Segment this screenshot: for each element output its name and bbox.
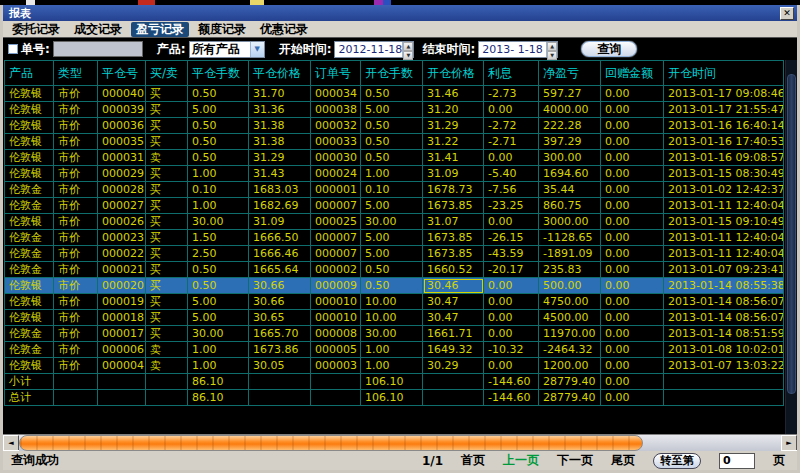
cell: 伦敦银 bbox=[5, 118, 54, 134]
column-header[interactable]: 平仓价格 bbox=[249, 61, 311, 86]
cell: 买 bbox=[146, 214, 188, 230]
end-date-spinner[interactable]: ▲ ▼ bbox=[546, 42, 557, 57]
column-header[interactable]: 开仓价格 bbox=[423, 61, 484, 86]
table-row[interactable]: 伦敦银市价000018买5.0030.6500001010.0030.470.0… bbox=[5, 310, 784, 326]
cell bbox=[664, 374, 784, 390]
cell: 31.70 bbox=[249, 86, 311, 102]
product-dropdown[interactable]: 所有产品 ▼ bbox=[189, 41, 265, 58]
cell: 0.00 bbox=[601, 86, 664, 102]
goto-page-button[interactable]: 转至第 bbox=[653, 453, 701, 469]
end-date-field[interactable]: 2013- 1-18 ▲ ▼ bbox=[478, 41, 558, 58]
cell bbox=[311, 374, 361, 390]
table-row[interactable]: 伦敦金市价000022买2.501666.460000075.001673.85… bbox=[5, 246, 784, 262]
cell: 买 bbox=[146, 134, 188, 150]
column-header[interactable]: 类型 bbox=[54, 61, 98, 86]
cell: 买 bbox=[146, 294, 188, 310]
cell bbox=[98, 374, 146, 390]
tab-4[interactable]: 优惠记录 bbox=[255, 22, 313, 37]
cell: 0.00 bbox=[601, 294, 664, 310]
cell: 4000.00 bbox=[539, 102, 601, 118]
vertical-scrollbar[interactable] bbox=[785, 60, 797, 434]
records-area: 产品类型平仓号买/卖平仓手数平仓价格订单号开仓手数开仓价格利息净盈亏回赠金额开仓… bbox=[3, 60, 797, 434]
column-header[interactable]: 净盈亏 bbox=[539, 61, 601, 86]
scroll-left-icon[interactable]: ◄ bbox=[3, 435, 19, 451]
table-row[interactable]: 伦敦金市价000017买30.001665.7000000830.001661.… bbox=[5, 326, 784, 342]
goto-page-input[interactable]: 0 bbox=[719, 453, 755, 469]
report-window: 报表 ✕ 委托记录成交记录盈亏记录额度记录优惠记录 单号: 产品: 所有产品 ▼… bbox=[0, 0, 800, 473]
column-header[interactable]: 平仓手数 bbox=[188, 61, 249, 86]
chevron-down-icon[interactable]: ▼ bbox=[250, 42, 264, 57]
column-header[interactable]: 回赠金额 bbox=[601, 61, 664, 86]
column-header[interactable]: 开仓手数 bbox=[361, 61, 423, 86]
column-header[interactable]: 产品 bbox=[5, 61, 54, 86]
spinner-down-icon[interactable]: ▼ bbox=[403, 51, 413, 60]
tab-2[interactable]: 盈亏记录 bbox=[131, 22, 189, 37]
column-header[interactable]: 订单号 bbox=[311, 61, 361, 86]
cell: 000026 bbox=[98, 214, 146, 230]
horizontal-scroll-track[interactable] bbox=[19, 435, 781, 451]
cell: 000008 bbox=[311, 326, 361, 342]
cell: 000019 bbox=[98, 294, 146, 310]
cell: 市价 bbox=[54, 278, 98, 294]
table-row[interactable]: 伦敦金市价000021买0.501665.640000020.501660.52… bbox=[5, 262, 784, 278]
cell: 0.00 bbox=[484, 278, 539, 294]
table-row[interactable]: 伦敦银市价000031卖0.5031.290000300.5031.410.00… bbox=[5, 150, 784, 166]
close-icon[interactable]: ✕ bbox=[780, 7, 794, 20]
table-row[interactable]: 伦敦银市价000020买0.5030.660000090.5030.460.00… bbox=[5, 278, 784, 294]
cell: -2.73 bbox=[484, 86, 539, 102]
table-row[interactable]: 伦敦银市价000036买0.5031.380000320.5031.29-2.7… bbox=[5, 118, 784, 134]
table-row[interactable]: 伦敦银市价000039买5.0031.360000385.0031.200.00… bbox=[5, 102, 784, 118]
last-page-link[interactable]: 尾页 bbox=[611, 452, 635, 469]
cell: 30.47 bbox=[423, 294, 484, 310]
spinner-up-icon[interactable]: ▲ bbox=[547, 42, 557, 51]
start-date-spinner[interactable]: ▲ ▼ bbox=[402, 42, 413, 57]
table-row[interactable]: 伦敦金市价000006卖1.001673.860000051.001649.32… bbox=[5, 342, 784, 358]
cell: 000004 bbox=[98, 358, 146, 374]
table-row[interactable]: 伦敦金市价000023买1.501666.500000075.001673.85… bbox=[5, 230, 784, 246]
cell: 31.41 bbox=[423, 150, 484, 166]
column-header[interactable]: 利息 bbox=[484, 61, 539, 86]
cell: 0.00 bbox=[601, 150, 664, 166]
table-row[interactable]: 伦敦银市价000035买0.5031.380000330.5031.22-2.7… bbox=[5, 134, 784, 150]
prev-page-link[interactable]: 上一页 bbox=[503, 452, 539, 469]
cell: 0.00 bbox=[601, 102, 664, 118]
first-page-link[interactable]: 首页 bbox=[461, 452, 485, 469]
query-button[interactable]: 查询 bbox=[580, 40, 638, 58]
table-row[interactable]: 伦敦银市价000019买5.0030.6600001010.0030.470.0… bbox=[5, 294, 784, 310]
table-row[interactable]: 伦敦银市价000029买1.0031.430000241.0031.09-5.4… bbox=[5, 166, 784, 182]
table-row[interactable]: 伦敦金市价000028买0.101683.030000010.101678.73… bbox=[5, 182, 784, 198]
table-row[interactable]: 伦敦银市价000026买30.0031.0900002530.0031.070.… bbox=[5, 214, 784, 230]
table-row[interactable]: 伦敦银市价000004卖1.0030.050000031.0030.290.00… bbox=[5, 358, 784, 374]
spinner-down-icon[interactable]: ▼ bbox=[547, 51, 557, 60]
scroll-right-icon[interactable]: ► bbox=[781, 435, 797, 451]
tab-1[interactable]: 成交记录 bbox=[69, 22, 127, 37]
cell: 1694.60 bbox=[539, 166, 601, 182]
next-page-link[interactable]: 下一页 bbox=[557, 452, 593, 469]
cell: 30.66 bbox=[249, 278, 311, 294]
cell: 0.00 bbox=[484, 102, 539, 118]
cell: 000027 bbox=[98, 198, 146, 214]
column-header[interactable]: 平仓号 bbox=[98, 61, 146, 86]
cell: 000010 bbox=[311, 310, 361, 326]
table-row[interactable]: 伦敦银市价000040买0.5031.700000340.5031.46-2.7… bbox=[5, 86, 784, 102]
cell: 31.38 bbox=[249, 118, 311, 134]
horizontal-scrollbar-thumb[interactable] bbox=[19, 435, 643, 451]
cell: 30.05 bbox=[249, 358, 311, 374]
start-date-field[interactable]: 2012-11-18 ▲ ▼ bbox=[334, 41, 414, 58]
order-no-input[interactable] bbox=[53, 41, 143, 57]
tab-0[interactable]: 委托记录 bbox=[7, 22, 65, 37]
cell: 1.00 bbox=[188, 358, 249, 374]
cell: 30.00 bbox=[361, 326, 423, 342]
column-header[interactable]: 开仓时间 bbox=[664, 61, 784, 86]
vertical-scrollbar-thumb[interactable] bbox=[787, 74, 796, 394]
spinner-up-icon[interactable]: ▲ bbox=[403, 42, 413, 51]
cell: 2013-01-11 12:40:04 bbox=[664, 198, 784, 214]
order-no-checkbox[interactable] bbox=[8, 44, 18, 54]
tab-3[interactable]: 额度记录 bbox=[193, 22, 251, 37]
cell: 市价 bbox=[54, 102, 98, 118]
table-row[interactable]: 伦敦金市价000027买1.001682.690000075.001673.85… bbox=[5, 198, 784, 214]
cell: 1666.46 bbox=[249, 246, 311, 262]
cell: 397.29 bbox=[539, 134, 601, 150]
column-header[interactable]: 买/卖 bbox=[146, 61, 188, 86]
cell: -5.40 bbox=[484, 166, 539, 182]
